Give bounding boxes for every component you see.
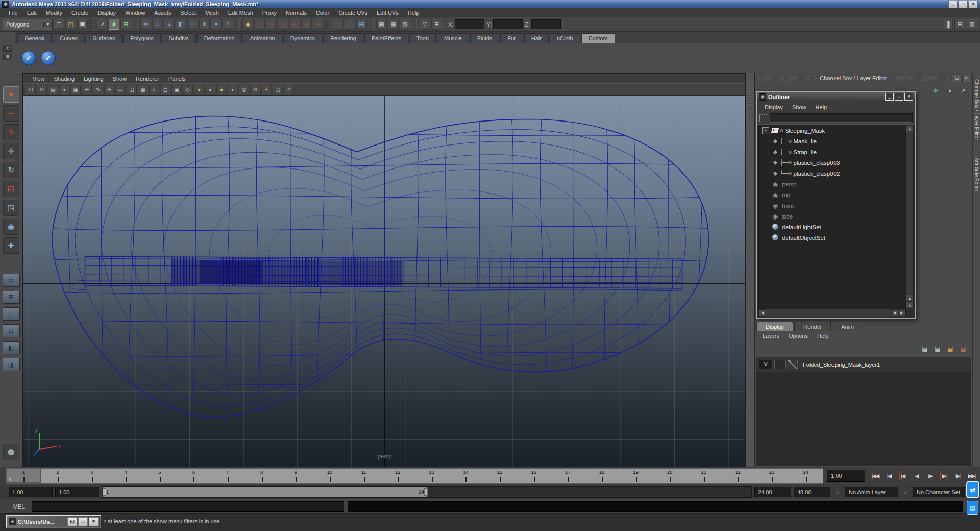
film-gate-icon[interactable]: ▭ <box>115 85 126 94</box>
input-connections-icon[interactable]: → <box>333 19 344 30</box>
shelf-tab[interactable]: Custom <box>581 33 615 43</box>
snap-curve-icon[interactable]: ∩ <box>278 19 288 30</box>
go-to-start-button[interactable]: |◀◀ <box>869 469 881 482</box>
select-handles-icon[interactable]: ✛ <box>140 19 151 30</box>
shelf-tab[interactable]: PaintEffects <box>364 33 409 43</box>
outliner-item[interactable]: defaultLightSet <box>759 222 905 232</box>
close-button[interactable]: ✕ <box>89 517 99 526</box>
universal-manipulator-tool[interactable]: ◳ <box>3 200 19 216</box>
paint-effects-panel-button[interactable]: ◍ <box>3 444 19 460</box>
anim-layer-dropdown[interactable]: No Anim Layer <box>845 487 898 497</box>
frame-cell[interactable]: 20 <box>653 469 687 483</box>
viewport-canvas[interactable]: y x persp <box>23 96 745 467</box>
paint-select-tool[interactable]: ✎ <box>3 124 19 140</box>
select-camera-icon[interactable]: ⊡ <box>26 85 36 94</box>
hyperbolic-arrow-icon[interactable]: ↗ <box>958 85 968 95</box>
open-scene-icon[interactable]: ◰ <box>65 19 76 30</box>
resolution-gate-icon[interactable]: ◫ <box>127 85 137 94</box>
teamviewer-icon[interactable]: ⇄ <box>966 481 979 498</box>
gate-mask-icon[interactable]: ▦ <box>138 85 148 94</box>
toggle-attribute-editor-icon[interactable]: ▥ <box>967 19 977 30</box>
shadows-icon[interactable]: ◐ <box>228 85 238 94</box>
maximize-button[interactable]: □ <box>895 93 903 101</box>
menu-item[interactable]: Edit UVs <box>372 9 403 16</box>
output-connections-icon[interactable]: ← <box>345 19 355 30</box>
shelf-tab[interactable]: Muscle <box>437 33 469 43</box>
character-set-dropdown[interactable]: No Character Set <box>913 487 965 497</box>
outliner-menu-item[interactable]: Show <box>788 104 811 110</box>
xray-icon[interactable]: ◎ <box>239 85 249 94</box>
frame-cell[interactable]: 16 <box>517 469 551 483</box>
snap-grid-icon[interactable]: ∩ <box>266 19 277 30</box>
scroll-right-icon[interactable]: ▶ <box>898 309 905 317</box>
outliner-menu-item[interactable]: Display <box>760 104 788 110</box>
save-scene-icon[interactable]: ▣ <box>77 19 88 30</box>
shelf-tab[interactable]: Dynamics <box>283 33 322 43</box>
shelf-tab[interactable]: Polygons <box>123 33 160 43</box>
grease-pencil-icon[interactable]: ✎ <box>93 85 103 94</box>
select-rendering-icon[interactable]: ✦ <box>211 19 222 30</box>
select-tool[interactable]: ➤ <box>3 86 19 103</box>
speed-ramp-icon[interactable]: ◑ <box>944 85 954 95</box>
shelf-tab[interactable]: Toon <box>409 33 436 43</box>
layer-editor-tab[interactable]: Display <box>756 322 793 331</box>
scroll-up-icon[interactable]: ▲ <box>906 295 913 302</box>
current-time-field[interactable]: 1.00 <box>827 470 865 482</box>
image-plane-icon[interactable]: ▣ <box>70 85 81 94</box>
quick-layout-icon[interactable]: ⊞ <box>431 19 442 30</box>
step-back-frame-button[interactable]: |◀ <box>883 469 895 482</box>
select-dynamics-icon[interactable]: ❄ <box>199 19 210 30</box>
outliner-item[interactable]: ├──o Strap_lie <box>759 147 905 157</box>
shelf-tab[interactable]: nCloth <box>550 33 580 43</box>
pane-separator[interactable] <box>746 73 754 467</box>
x-coordinate-field[interactable] <box>455 19 484 29</box>
menu-item[interactable]: Edit <box>22 9 41 16</box>
outliner-item[interactable]: defaultObjectSet <box>759 232 905 243</box>
scroll-up-icon[interactable]: ▲ <box>906 125 913 132</box>
minimize-button[interactable]: _ <box>948 1 958 8</box>
outliner-search-input[interactable] <box>770 113 913 123</box>
snap-plane-icon[interactable]: ∩ <box>301 19 312 30</box>
y-coordinate-field[interactable] <box>493 19 523 29</box>
outliner-item[interactable]: persp <box>759 179 905 189</box>
grid-icon[interactable]: ⊞ <box>104 85 114 94</box>
step-back-key-button[interactable]: |◀ <box>896 469 909 482</box>
shelf-tab[interactable]: Fluids <box>470 33 499 43</box>
filter-icon[interactable] <box>760 114 767 122</box>
new-scene-icon[interactable]: ▢ <box>54 19 64 30</box>
separator[interactable] <box>90 19 94 29</box>
command-line-label[interactable]: MEL <box>10 503 28 510</box>
minimize-button[interactable]: _ <box>885 93 894 101</box>
layer-editor-tab[interactable]: Anim <box>832 322 863 331</box>
menu-item[interactable]: Select <box>176 9 201 16</box>
panel-menu-item[interactable]: Panels <box>164 76 190 82</box>
scroll-left-icon[interactable]: ◀ <box>759 309 766 317</box>
outliner-item[interactable]: - o Sleeping_Mask <box>759 125 905 136</box>
select-surfaces-icon[interactable]: ◧ <box>176 19 186 30</box>
close-button[interactable]: ✕ <box>969 1 978 8</box>
step-forward-frame-button[interactable]: ▶| <box>951 469 964 482</box>
layer-editor-menu-item[interactable]: Layers <box>758 333 784 339</box>
maximize-button[interactable]: □ <box>78 517 88 526</box>
title-bar[interactable]: ◈ Autodesk Maya 2011 x64: D:\! 2019\Fold… <box>0 0 980 8</box>
panel-menu-item[interactable]: View <box>28 76 50 82</box>
outliner-menu-item[interactable]: Help <box>811 104 832 110</box>
plugin-shelf-icon[interactable]: ✦ <box>261 85 272 94</box>
outliner-horizontal-scrollbar[interactable]: ◀ ◀ ▶ <box>758 309 906 317</box>
frame-cell[interactable]: 22 <box>721 469 755 483</box>
time-slider[interactable]: 1 1 2 3 4 <box>6 468 823 484</box>
menu-item[interactable]: Normals <box>281 9 311 16</box>
frame-cell[interactable]: 23 <box>755 469 789 483</box>
four-view-layout-button[interactable]: ⊞ <box>3 291 20 304</box>
frame-cell[interactable]: 17 <box>551 469 585 483</box>
lock-selection-icon[interactable]: ◆ <box>242 19 253 30</box>
show-manipulator-tool[interactable]: ✚ <box>3 237 19 254</box>
layer-visibility-checkbox[interactable]: V <box>759 360 772 369</box>
frame-cell[interactable]: 1 1 <box>7 469 41 483</box>
share-icon[interactable]: ↗ <box>284 85 294 94</box>
panel-menu-item[interactable]: Show <box>108 76 132 82</box>
sidebar-vertical-tab[interactable]: Attribute Editor <box>974 158 979 191</box>
2d-pan-zoom-icon[interactable]: ✛ <box>82 85 92 94</box>
shelf-tab[interactable]: Animation <box>243 33 282 43</box>
close-button[interactable]: ✕ <box>904 93 913 101</box>
